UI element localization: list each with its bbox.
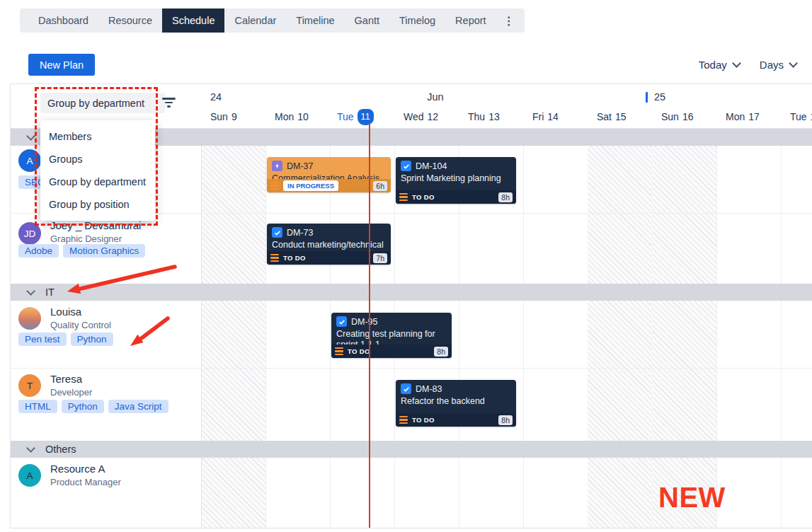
avatar: A [18, 464, 41, 487]
task-type-icon [401, 161, 411, 171]
task-card-dm-83[interactable]: DM-83 Refactor the backend TO DO 8h [396, 380, 516, 427]
chevron-down-icon[interactable] [26, 287, 35, 296]
skill-tag: HTML [18, 400, 57, 413]
day-header-fri-14[interactable]: Fri14 [523, 108, 559, 126]
avatar: A [18, 149, 41, 172]
tab-resource[interactable]: Resource [98, 8, 162, 33]
task-key: DM-83 [416, 384, 442, 394]
day-header-mon-17[interactable]: Mon17 [716, 108, 760, 126]
day-header-sun-9[interactable]: Sun9 [201, 108, 237, 126]
chevron-down-icon[interactable] [26, 444, 35, 453]
task-key: DM-104 [416, 161, 447, 171]
zoom-level-label: Days [760, 59, 784, 71]
menu-item-group-by-position[interactable]: Group by position [40, 193, 155, 216]
tab-gantt[interactable]: Gantt [345, 8, 389, 33]
task-title: Refactor the backend [396, 394, 516, 407]
priority-medium-icon [399, 193, 408, 202]
today-dropdown[interactable]: Today [699, 59, 740, 71]
day-num: 17 [748, 111, 760, 122]
task-type-icon [272, 227, 282, 238]
status-label: TO DO [412, 193, 435, 201]
day-name: Thu [468, 111, 485, 122]
day-num: 14 [547, 111, 559, 122]
grid-column-fri-14[interactable] [523, 128, 588, 528]
week-divider-bar [646, 92, 648, 103]
today-label: Today [699, 59, 727, 71]
today-marker-line [369, 123, 370, 528]
day-name: Sun [661, 111, 679, 122]
status-label: TO DO [348, 347, 370, 355]
group-header-it[interactable]: IT [11, 284, 812, 301]
tab-calendar[interactable]: Calendar [224, 8, 286, 33]
grid-column-sat-15[interactable] [588, 128, 653, 528]
member-name: Resource A [50, 463, 105, 475]
chevron-down-icon[interactable] [26, 132, 35, 141]
task-card-dm-104[interactable]: DM-104 Sprint Marketing planning TO DO 8… [396, 157, 516, 204]
task-title: Sprint Marketing planning [396, 171, 516, 184]
skill-tag: Pen test [18, 332, 67, 346]
grid-column-sun-9[interactable] [201, 128, 266, 528]
member-role: Quality Control [50, 320, 111, 330]
group-by-select[interactable]: Group by department [40, 93, 165, 113]
row-divider [11, 368, 812, 369]
day-header-wed-12[interactable]: Wed12 [394, 108, 438, 126]
skill-tag: Adobe [18, 244, 59, 258]
day-header-tue-11-today[interactable]: Tue 11 [330, 108, 374, 126]
task-card-dm-95[interactable]: DM-95 Creating test planning for sprint … [331, 313, 452, 358]
today-date-badge: 11 [358, 109, 374, 125]
grid-column-sun-16[interactable] [652, 128, 717, 528]
week-number-25: 25 [654, 91, 665, 103]
skill-tag: Motion Graphics [63, 244, 145, 258]
day-num: 9 [231, 111, 237, 122]
task-key: DM-95 [351, 317, 378, 327]
menu-item-group-by-department[interactable]: Group by department [40, 170, 155, 193]
priority-medium-icon [270, 182, 279, 190]
view-controls: Today Days [699, 59, 796, 71]
member-name: Teresa [50, 373, 82, 385]
status-badge: IN PROGRESS [283, 180, 338, 191]
day-num: 12 [428, 111, 439, 122]
skill-tag: Python [71, 332, 113, 346]
new-plan-button[interactable]: New Plan [28, 54, 95, 76]
filter-icon[interactable] [160, 98, 177, 109]
menu-item-groups[interactable]: Groups [40, 148, 155, 170]
zoom-level-dropdown[interactable]: Days [760, 59, 796, 71]
tab-timelog[interactable]: Timelog [389, 8, 445, 33]
day-header-thu-13[interactable]: Thu13 [459, 108, 500, 126]
day-header-sat-15[interactable]: Sat15 [588, 108, 627, 126]
task-key: DM-37 [287, 161, 314, 171]
grid-column-tue-18[interactable] [781, 128, 812, 528]
hours-badge: 8h [498, 415, 513, 425]
day-header-mon-10[interactable]: Mon10 [265, 108, 309, 126]
skill-tags: HTML Python Java Script [18, 400, 168, 413]
new-annotation-label: NEW [658, 482, 726, 514]
day-header-sun-16[interactable]: Sun16 [652, 108, 694, 126]
hours-badge: 7h [373, 253, 387, 263]
member-role: Developer [50, 387, 92, 398]
day-name: Mon [275, 111, 294, 122]
tab-schedule[interactable]: Schedule [162, 8, 224, 33]
day-name: Tue [790, 111, 807, 122]
menu-item-members[interactable]: Members [40, 125, 155, 148]
group-header-others[interactable]: Others [11, 441, 812, 458]
task-type-icon [401, 383, 411, 394]
tab-report[interactable]: Report [445, 8, 496, 33]
skill-tags: Adobe Motion Graphics [18, 244, 145, 258]
tab-timeline[interactable]: Timeline [286, 8, 344, 33]
schedule-page: Dashboard Resource Schedule Calendar Tim… [0, 0, 812, 532]
day-header-tue-18[interactable]: Tue18 [781, 108, 812, 126]
task-card-dm-73[interactable]: DM-73 Conduct marketing/technical review… [267, 224, 391, 265]
more-menu-icon[interactable]: ⋮ [496, 8, 522, 33]
hours-badge: 8h [434, 347, 448, 357]
group-label: IT [45, 287, 55, 298]
avatar-photo [18, 307, 41, 330]
day-name: Sun [210, 111, 228, 122]
member-role: Graphic Designer [50, 233, 122, 244]
story-type-icon [272, 161, 282, 171]
priority-medium-icon [270, 254, 279, 262]
task-card-dm-37[interactable]: DM-37 Commercialization Analysis IN PROG… [267, 157, 391, 192]
grid-column-mon-17[interactable] [716, 128, 782, 528]
tab-dashboard[interactable]: Dashboard [28, 8, 98, 33]
day-name: Fri [532, 111, 544, 122]
task-key: DM-73 [287, 228, 314, 238]
